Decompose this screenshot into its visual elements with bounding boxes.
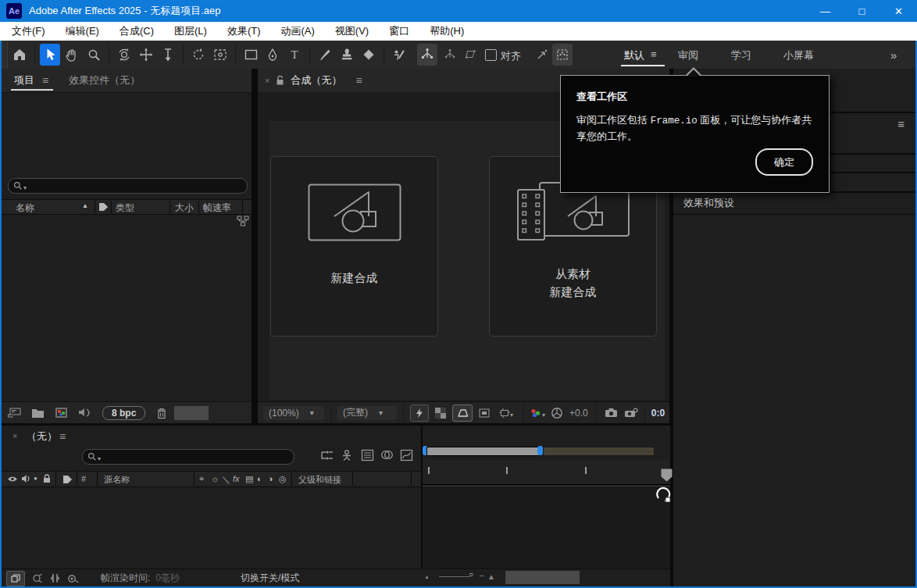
show-snapshot-icon[interactable] — [624, 408, 638, 419]
local-axis-mode-icon[interactable] — [417, 44, 437, 66]
channel-rgb-icon[interactable]: ▾ — [530, 407, 545, 419]
work-area-bar[interactable] — [426, 447, 541, 456]
selection-tool-icon[interactable] — [40, 44, 60, 66]
guides-options-icon[interactable]: ▾ — [496, 405, 516, 421]
home-icon[interactable] — [9, 44, 30, 66]
rotate-tool-icon[interactable] — [188, 44, 209, 66]
render-status-icon[interactable] — [6, 571, 25, 586]
workspace-tab-review[interactable]: 审阅 — [678, 48, 698, 62]
timeline-panel-menu-icon[interactable]: ≡ — [59, 430, 66, 443]
composition-tab-close-icon[interactable]: × — [265, 76, 269, 85]
column-parent-link[interactable]: 父级和链接 — [298, 474, 341, 486]
comp-marker-bin-icon[interactable] — [661, 469, 673, 482]
exposure-reset-icon[interactable] — [551, 407, 563, 419]
tooltip-ok-button[interactable]: 确定 — [755, 148, 813, 176]
sort-ascending-icon[interactable]: ▲ — [82, 202, 88, 209]
pen-tool-icon[interactable] — [262, 44, 283, 66]
region-of-interest-icon[interactable] — [476, 405, 493, 421]
snap-checkbox[interactable] — [485, 49, 497, 61]
unlock-icon[interactable] — [276, 75, 284, 86]
menu-window[interactable]: 窗口 — [379, 22, 419, 41]
menu-edit[interactable]: 编辑(E) — [55, 22, 109, 41]
snapshot-icon[interactable] — [605, 408, 618, 418]
brush-tool-icon[interactable] — [315, 44, 335, 66]
switch-anchor-icon[interactable]: ⌖ — [199, 474, 205, 484]
new-composition-icon[interactable] — [55, 407, 68, 419]
timeline-tab-close-icon[interactable]: × — [12, 431, 17, 440]
project-renderer-icon[interactable] — [78, 407, 92, 419]
eye-icon[interactable] — [7, 476, 18, 483]
menu-composition[interactable]: 合成(C) — [109, 22, 164, 41]
timeline-horizontal-scrollbar[interactable] — [505, 571, 580, 584]
minimize-button[interactable]: — — [807, 0, 844, 22]
resolution-dropdown[interactable]: (完整)▾ — [337, 406, 397, 420]
maximize-button[interactable]: □ — [844, 0, 880, 22]
work-area-end-handle[interactable] — [537, 446, 543, 455]
draft-3d-icon[interactable] — [341, 449, 353, 461]
magnification-dropdown[interactable]: (100%)▾ — [263, 406, 324, 420]
switch-quality-icon[interactable]: ＼ — [222, 474, 230, 486]
switch-collapse-icon[interactable]: ☼ — [211, 474, 219, 483]
dolly-camera-tool-icon[interactable] — [158, 44, 178, 66]
exposure-value[interactable]: +0.0 — [569, 408, 588, 419]
close-button[interactable]: ✕ — [880, 0, 917, 22]
motion-blur-toggle-icon[interactable] — [50, 573, 60, 583]
audio-icon[interactable] — [21, 474, 30, 483]
timeline-zoom-slider-knob[interactable]: ○ — [469, 570, 473, 579]
tab-effect-controls[interactable]: 效果控件（无） — [69, 73, 140, 87]
time-navigator-bar[interactable] — [543, 447, 655, 456]
world-axis-mode-icon[interactable] — [440, 44, 460, 66]
column-name[interactable]: 名称 — [16, 201, 34, 215]
column-type[interactable]: 类型 — [116, 201, 134, 215]
timeline-search-input[interactable] — [101, 451, 289, 463]
label-color-icon[interactable] — [98, 202, 109, 212]
label-color-icon[interactable] — [62, 475, 73, 484]
roto-brush-tool-icon[interactable] — [389, 44, 409, 66]
zoom-out-mountain-icon[interactable]: ▲ — [424, 574, 430, 579]
column-frame-rate[interactable]: 帧速率 — [203, 201, 231, 215]
new-composition-tile[interactable]: 新建合成 — [270, 156, 438, 337]
tab-project[interactable]: 项目 — [14, 73, 34, 87]
menu-animation[interactable]: 动画(A) — [271, 22, 325, 41]
workspace-overflow-icon[interactable]: » — [890, 48, 897, 62]
workspace-tab-default[interactable]: 默认 — [624, 48, 644, 62]
switch-3d-icon[interactable]: ◎ — [279, 474, 287, 484]
timeline-search[interactable]: ▾ — [82, 449, 294, 465]
workspace-tab-small-screen[interactable]: 小屏幕 — [783, 48, 814, 62]
bpc-button[interactable]: 8 bpc — [102, 406, 145, 420]
timeline-zoom-slider-track[interactable] — [439, 576, 470, 577]
interpret-footage-icon[interactable] — [7, 407, 22, 419]
lock-icon[interactable] — [43, 474, 51, 483]
camera-tool-icon[interactable] — [210, 44, 230, 66]
time-ruler[interactable] — [423, 460, 670, 485]
menu-help[interactable]: 帮助(H) — [419, 22, 474, 41]
menu-layer[interactable]: 图层(L) — [164, 22, 217, 41]
frame-blend-toggle-icon[interactable] — [32, 573, 43, 583]
project-footer-scrollbar[interactable] — [174, 406, 209, 420]
hand-tool-icon[interactable] — [62, 44, 82, 66]
project-search[interactable]: ▾ — [8, 178, 248, 194]
menu-file[interactable]: 文件(F) — [2, 22, 55, 41]
snap-options-icon[interactable] — [532, 44, 552, 66]
switch-motion-blur-icon[interactable]: ◐ — [257, 474, 262, 483]
info-panel-menu-icon[interactable]: ≡ — [897, 117, 905, 130]
draft-preview-icon[interactable] — [67, 574, 79, 583]
rectangle-tool-icon[interactable] — [241, 44, 261, 66]
menu-effect[interactable]: 效果(T) — [217, 22, 271, 41]
project-panel-menu-icon[interactable]: ≡ — [42, 74, 48, 87]
composition-panel-menu-icon[interactable]: ≡ — [355, 74, 362, 87]
menu-view[interactable]: 视图(V) — [325, 22, 379, 41]
zoom-tool-icon[interactable] — [84, 44, 104, 66]
timeline-track-area[interactable] — [423, 486, 670, 569]
orbit-camera-tool-icon[interactable] — [114, 44, 134, 66]
toggle-switches-button[interactable]: 切换开关/模式 — [241, 572, 299, 585]
clone-stamp-tool-icon[interactable] — [337, 44, 357, 66]
transparency-grid-icon[interactable] — [432, 405, 449, 421]
workspace-menu-icon[interactable]: ≡ — [651, 48, 657, 60]
switch-effects-icon[interactable]: fx — [233, 474, 240, 483]
shy-layers-icon[interactable] — [361, 449, 374, 461]
graph-editor-icon[interactable] — [400, 449, 413, 461]
composition-timecode[interactable]: 0:0 — [651, 408, 665, 419]
snap-label[interactable]: 对齐 — [501, 49, 521, 63]
eraser-tool-icon[interactable] — [359, 44, 379, 66]
